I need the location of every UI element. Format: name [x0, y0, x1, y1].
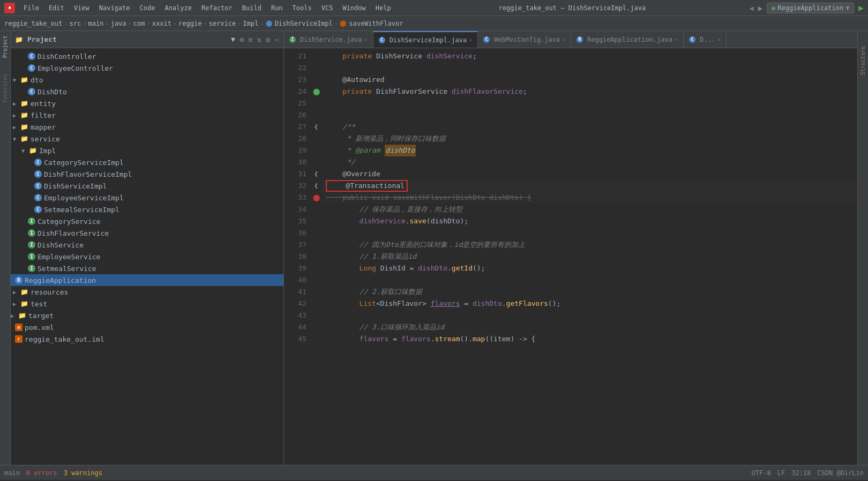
tree-item-employeeserviceimpl[interactable]: C EmployeeServiceImpl — [11, 192, 283, 204]
menu-navigate[interactable]: Navigate — [95, 3, 134, 13]
project-panel-label[interactable]: Project — [2, 35, 8, 58]
project-title: Project — [27, 35, 225, 43]
tree-item-dishserviceimpl[interactable]: C DishServiceImpl — [11, 180, 283, 192]
menu-view[interactable]: View — [70, 3, 94, 13]
code-line-28: * 新增菜品，同时保存口味数据 — [321, 133, 857, 145]
menu-edit[interactable]: Edit — [44, 3, 69, 13]
menu-refactor[interactable]: Refactor — [197, 3, 237, 13]
tree-label: filter — [31, 111, 56, 119]
tree-item-entity[interactable]: ▶ 📁 entity — [11, 97, 283, 109]
code-line-37: // 因为Dto里面的口味对象，id是空的要所有的加上 — [321, 239, 857, 251]
menu-tools[interactable]: Tools — [288, 3, 316, 13]
tree-item-setmealservice[interactable]: I SetmealService — [11, 262, 283, 274]
tree-item-dishflavorserviceimpl[interactable]: C DishFlavorServiceImpl — [11, 168, 283, 180]
collapse-icon[interactable]: ≡ — [248, 35, 252, 44]
tree-item-dto[interactable]: ▼ 📁 dto — [11, 74, 283, 86]
tab-dishserviceimpl[interactable]: C DishServiceImpl.java ✕ — [373, 31, 478, 48]
breadcrumb-project[interactable]: reggie_take_out — [4, 20, 62, 27]
tab-webmvcconfig[interactable]: C WebMvcConfig.java ✕ — [478, 31, 571, 48]
tree-label: DishServiceImpl — [44, 182, 107, 190]
breadcrumb-xxxit[interactable]: xxxit — [152, 20, 171, 27]
tree-item-resources[interactable]: ▶ 📁 resources — [11, 286, 283, 298]
tab-close-icon[interactable]: ✕ — [717, 36, 721, 42]
tab-close-icon[interactable]: ✕ — [469, 37, 472, 43]
close-panel-icon[interactable]: − — [275, 35, 279, 44]
menu-vcs[interactable]: VCS — [317, 3, 338, 13]
run-config-dropdown-icon[interactable]: ▼ — [845, 4, 849, 12]
nav-forward-icon[interactable]: ▶ — [758, 4, 762, 12]
locate-icon[interactable]: ⊕ — [240, 35, 244, 44]
tree-label: DishFlavorService — [38, 229, 109, 237]
tree-item-target[interactable]: ▶ 📁 target — [11, 310, 283, 321]
run-config-label: ReggieApplication — [777, 4, 843, 12]
tree-item-reggieapplication[interactable]: R ReggieApplication — [11, 274, 283, 286]
nav-back-icon[interactable]: ◀ — [749, 4, 753, 12]
code-content[interactable]: private DishService dishService; @Autowi… — [321, 48, 857, 465]
tree-label: DishController — [38, 52, 96, 61]
favorites-panel-label[interactable]: Favorites — [2, 74, 8, 103]
menu-code[interactable]: Code — [136, 3, 160, 13]
tree-item-setmealserviceimpl[interactable]: C SetmealServiceImpl — [11, 204, 283, 215]
tab-dishservice[interactable]: I DishService.java ✕ — [284, 31, 373, 48]
tree-item-employeecontroller[interactable]: C EmployeeController — [11, 62, 283, 74]
left-panel-labels: Project Favorites — [0, 31, 11, 465]
tree-item-dishdto[interactable]: C DishDto — [11, 86, 283, 97]
run-button[interactable]: ▶ — [858, 3, 864, 13]
breadcrumb-com[interactable]: com — [133, 20, 145, 27]
tab-close-icon[interactable]: ✕ — [675, 36, 678, 42]
status-bar: main 0 errors 3 warnings UTF-8 LF 32:18 … — [0, 465, 868, 480]
tree-item-dishcontroller[interactable]: C DishController — [11, 50, 283, 62]
tab-d[interactable]: C D... ✕ — [684, 31, 727, 48]
tree-item-test[interactable]: ▶ 📁 test — [11, 298, 283, 310]
settings-icon[interactable]: ⚙ — [266, 35, 270, 44]
breadcrumb-java[interactable]: java — [111, 20, 126, 27]
breadcrumb-method-icon: ⬤ — [340, 20, 346, 27]
menu-build[interactable]: Build — [238, 3, 266, 13]
code-line-33: public void saveWithFlavor(DishDto dishD… — [321, 192, 857, 204]
code-line-21: private DishService dishService; — [321, 50, 857, 62]
tab-close-icon[interactable]: ✕ — [364, 36, 368, 42]
line-numbers: 21 22 23 24 25 26 27 28 29 30 31 32 33 3… — [284, 48, 311, 465]
breadcrumb-impl[interactable]: Impl — [243, 20, 259, 27]
tree-item-filter[interactable]: ▶ 📁 filter — [11, 109, 283, 121]
project-panel: 📁 Project ▼ ⊕ ≡ ⇅ ⚙ − C DishController C… — [11, 31, 284, 465]
expand-arrow: ▶ — [13, 289, 19, 295]
structure-panel-label[interactable]: Structure — [860, 46, 866, 75]
tab-icon: I — [289, 36, 296, 43]
tree-item-dishflavorservice[interactable]: I DishFlavorService — [11, 227, 283, 239]
menu-file[interactable]: File — [19, 3, 43, 13]
code-line-22 — [321, 62, 857, 74]
menu-run[interactable]: Run — [267, 3, 287, 13]
tree-item-categoryservice[interactable]: I CategoryService — [11, 215, 283, 227]
tree-item-categoryserviceimpl[interactable]: C CategoryServiceImpl — [11, 156, 283, 168]
breadcrumb-src[interactable]: src — [70, 20, 81, 27]
tree-item-pom[interactable]: m pom.xml — [11, 321, 283, 333]
breadcrumb-reggie[interactable]: reggie — [178, 20, 201, 27]
run-config-icon: ● — [772, 4, 775, 12]
tree-item-mapper[interactable]: ▶ 📁 mapper — [11, 121, 283, 133]
folder-icon: 📁 — [18, 312, 26, 319]
breadcrumb-class[interactable]: DishServiceImpl — [275, 20, 333, 27]
interface-icon: I — [28, 217, 35, 225]
breadcrumb-method[interactable]: saveWithFlavor — [349, 20, 403, 27]
run-config[interactable]: ● ReggieApplication ▼ — [767, 3, 854, 13]
menu-window[interactable]: Window — [338, 3, 370, 13]
breadcrumb-main[interactable]: main — [88, 20, 104, 27]
code-line-40 — [321, 274, 857, 286]
menu-analyze[interactable]: Analyze — [160, 3, 196, 13]
project-dropdown-icon[interactable]: ▼ — [231, 35, 235, 43]
tree-item-dishservice[interactable]: I DishService — [11, 239, 283, 251]
menu-help[interactable]: Help — [371, 3, 395, 13]
tree-item-impl[interactable]: ▼ 📁 Impl — [11, 145, 283, 156]
tab-label: DishService.java — [300, 36, 362, 43]
breadcrumb-service[interactable]: service — [209, 20, 236, 27]
code-line-44: // 3.口味循环加入菜品id — [321, 321, 857, 333]
class-icon: C — [28, 52, 35, 60]
tree-item-service[interactable]: ▼ 📁 service — [11, 133, 283, 145]
code-line-24: private DishFlavorService dishFlavorServ… — [321, 86, 857, 97]
tab-close-icon[interactable]: ✕ — [562, 36, 565, 42]
sort-icon[interactable]: ⇅ — [257, 35, 261, 44]
tree-item-employeeservice[interactable]: I EmployeeService — [11, 251, 283, 262]
tree-item-iml[interactable]: r reggie_take_out.iml — [11, 333, 283, 345]
tab-reggieapplication[interactable]: R ReggieApplication.java ✕ — [571, 31, 684, 48]
